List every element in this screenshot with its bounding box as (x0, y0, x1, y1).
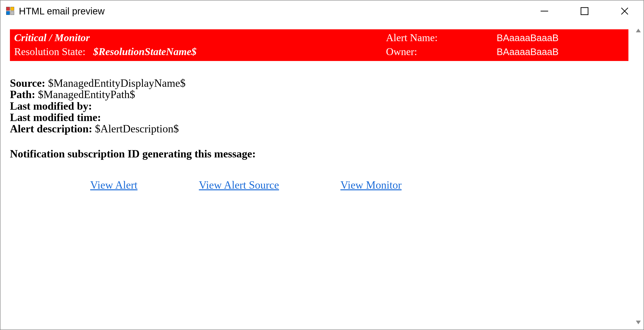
svg-marker-5 (636, 320, 641, 324)
maximize-button[interactable] (578, 4, 592, 18)
client-area: Critical / Monitor Alert Name: BAaaaaBaa… (0, 22, 644, 329)
alert-name-value: BAaaaaBaaaB (495, 31, 626, 45)
view-alert-link[interactable]: View Alert (90, 179, 138, 191)
window-frame: HTML email preview Critical / Monitor Al… (0, 0, 644, 330)
alert-description-value: $AlertDescription$ (95, 123, 179, 135)
path-label: Path: (10, 88, 35, 100)
owner-value: BAaaaaBaaaB (495, 45, 626, 59)
view-alert-source-link[interactable]: View Alert Source (199, 179, 279, 191)
scroll-down-icon[interactable] (633, 317, 644, 328)
alert-name-label: Alert Name: (384, 31, 495, 45)
window-controls (537, 4, 641, 18)
subscription-id-label: Notification subscription ID generating … (10, 148, 256, 160)
app-icon (6, 7, 15, 15)
resolution-state-cell: Resolution State: $ResolutionStateName$ (12, 45, 384, 59)
source-value: $ManagedEntityDisplayName$ (48, 77, 186, 89)
scroll-up-icon[interactable] (633, 25, 644, 36)
action-links: View Alert View Alert Source View Monito… (10, 179, 628, 191)
minimize-button[interactable] (537, 4, 552, 18)
alert-severity: Critical / Monitor (12, 31, 384, 45)
path-value: $ManagedEntityPath$ (38, 88, 135, 100)
alert-details: Source: $ManagedEntityDisplayName$ Path:… (10, 78, 628, 160)
alert-header-banner: Critical / Monitor Alert Name: BAaaaaBaa… (10, 29, 628, 61)
resolution-state-label: Resolution State: (14, 46, 86, 57)
alert-description-label: Alert description: (10, 123, 92, 135)
owner-label: Owner: (384, 45, 495, 59)
titlebar-left: HTML email preview (6, 6, 104, 17)
last-modified-by-label: Last modified by: (10, 100, 92, 112)
window-title: HTML email preview (19, 6, 104, 17)
vertical-scrollbar[interactable] (633, 22, 644, 329)
svg-marker-4 (636, 29, 641, 32)
view-monitor-link[interactable]: View Monitor (340, 179, 402, 191)
email-preview-body: Critical / Monitor Alert Name: BAaaaaBaa… (0, 22, 633, 329)
source-label: Source: (10, 77, 45, 89)
resolution-state-value: $ResolutionStateName$ (93, 46, 197, 57)
svg-rect-1 (581, 8, 588, 15)
close-button[interactable] (618, 4, 632, 18)
last-modified-time-label: Last modified time: (10, 111, 101, 123)
titlebar[interactable]: HTML email preview (0, 1, 644, 22)
